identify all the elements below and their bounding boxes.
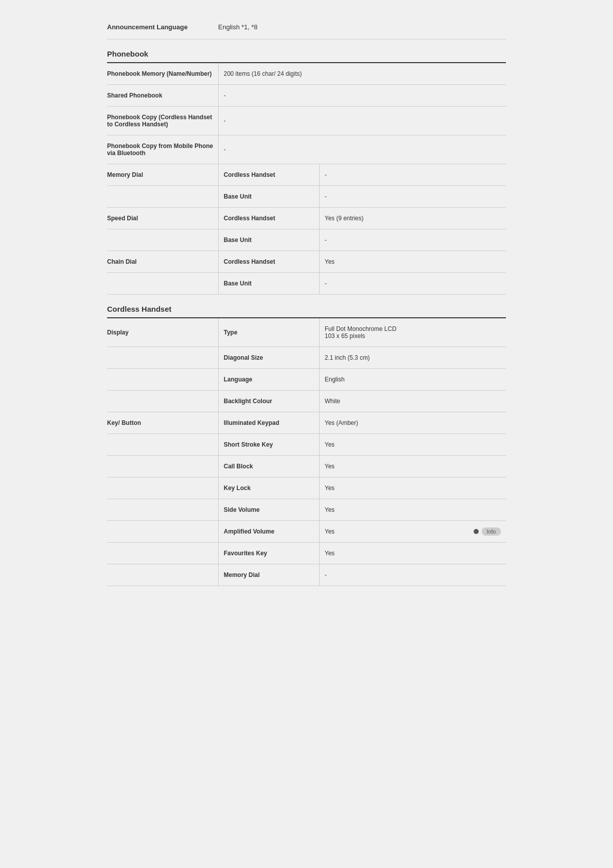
info-badge: Info (474, 527, 501, 536)
spec-col3: 2.1 inch (5.3 cm) (319, 347, 506, 368)
spec-col1 (107, 543, 218, 564)
spec-col3: 200 items (16 char/ 24 digits) (218, 63, 506, 84)
spec-col1: Chain Dial (107, 251, 218, 272)
spec-col1 (107, 369, 218, 390)
spec-row: Speed Dial Cordless Handset Yes (9 entri… (107, 208, 506, 229)
spec-col1 (107, 521, 218, 542)
spec-row: Amplified Volume Yes Info (107, 521, 506, 543)
phonebook-table: Phonebook Memory (Name/Number) 200 items… (107, 63, 506, 295)
spec-row: Backlight Colour White (107, 391, 506, 412)
cordless-section-title: Cordless Handset (107, 295, 506, 318)
spec-col3: Yes (Amber) (319, 412, 506, 433)
spec-col3: Yes (319, 456, 506, 477)
spec-col3: Yes (319, 477, 506, 499)
spec-col1: Display (107, 318, 218, 347)
spec-col2: Language (218, 369, 319, 390)
spec-col3: Yes (319, 434, 506, 455)
spec-row: Side Volume Yes (107, 499, 506, 521)
spec-col2: Key Lock (218, 477, 319, 499)
badge-label: Info (482, 527, 501, 536)
spec-row: Display Type Full Dot Monochrome LCD103 … (107, 318, 506, 347)
spec-row: Language English (107, 369, 506, 391)
spec-col1: Shared Phonebook (107, 85, 218, 106)
spec-col3: - (218, 85, 506, 106)
spec-col2: Side Volume (218, 499, 319, 520)
spec-col3: White (319, 391, 506, 412)
spec-col1 (107, 273, 218, 294)
spec-col2: Cordless Handset (218, 251, 319, 272)
spec-col1 (107, 391, 218, 412)
spec-col1 (107, 347, 218, 368)
spec-row: Base Unit - (107, 186, 506, 208)
spec-col1 (107, 564, 218, 586)
spec-row: Phonebook Copy (Cordless Handset to Cord… (107, 107, 506, 135)
spec-col1 (107, 434, 218, 455)
badge-dot (474, 529, 479, 534)
spec-col1: Key/ Button (107, 412, 218, 433)
spec-col2: Short Stroke Key (218, 434, 319, 455)
spec-col1 (107, 186, 218, 207)
spec-col3: Full Dot Monochrome LCD103 x 65 pixels (319, 318, 506, 347)
spec-col3: - (218, 135, 506, 164)
spec-row: Chain Dial Cordless Handset Yes (107, 251, 506, 273)
cordless-table: Display Type Full Dot Monochrome LCD103 … (107, 318, 506, 586)
spec-col2: Base Unit (218, 273, 319, 294)
page: Announcement Language English *1, *8 Pho… (77, 0, 536, 616)
spec-row: Favourites Key Yes (107, 543, 506, 564)
spec-col3: Yes (319, 543, 506, 564)
spec-col2: Memory Dial (218, 564, 319, 586)
spec-col2: Cordless Handset (218, 208, 319, 229)
spec-col3: - (319, 229, 506, 251)
spec-col2: Base Unit (218, 186, 319, 207)
phonebook-section-title: Phonebook (107, 39, 506, 63)
spec-col1: Speed Dial (107, 208, 218, 229)
spec-col1 (107, 229, 218, 251)
spec-row: Shared Phonebook - (107, 85, 506, 107)
spec-col1: Phonebook Copy (Cordless Handset to Cord… (107, 107, 218, 135)
spec-col3: English (319, 369, 506, 390)
spec-col1 (107, 456, 218, 477)
spec-col1: Phonebook Memory (Name/Number) (107, 63, 218, 84)
spec-row: Memory Dial Cordless Handset - (107, 164, 506, 186)
spec-col2: Base Unit (218, 229, 319, 251)
spec-row: Diagonal Size 2.1 inch (5.3 cm) (107, 347, 506, 369)
spec-col3: Yes (319, 499, 506, 520)
spec-row: Key/ Button Illuminated Keypad Yes (Ambe… (107, 412, 506, 434)
spec-col3: Yes (9 entries) (319, 208, 506, 229)
spec-row: Phonebook Copy from Mobile Phone via Blu… (107, 135, 506, 164)
spec-row: Short Stroke Key Yes (107, 434, 506, 456)
spec-row: Key Lock Yes (107, 477, 506, 499)
spec-col1 (107, 477, 218, 499)
spec-row: Memory Dial - (107, 564, 506, 586)
spec-col3: Yes Info (319, 521, 506, 542)
spec-col3: - (319, 564, 506, 586)
spec-col3: - (218, 107, 506, 135)
spec-col1: Memory Dial (107, 164, 218, 185)
spec-col3: - (319, 186, 506, 207)
spec-row: Phonebook Memory (Name/Number) 200 items… (107, 63, 506, 85)
spec-col2: Amplified Volume (218, 521, 319, 542)
spec-col1 (107, 499, 218, 520)
spec-col2: Call Block (218, 456, 319, 477)
spec-col2: Backlight Colour (218, 391, 319, 412)
spec-col2: Cordless Handset (218, 164, 319, 185)
spec-row: Base Unit - (107, 273, 506, 295)
announcement-row: Announcement Language English *1, *8 (107, 15, 506, 39)
spec-row: Base Unit - (107, 229, 506, 251)
spec-col3: - (319, 164, 506, 185)
spec-row: Call Block Yes (107, 456, 506, 477)
announcement-value: English *1, *8 (218, 23, 258, 31)
spec-col2: Diagonal Size (218, 347, 319, 368)
spec-col1: Phonebook Copy from Mobile Phone via Blu… (107, 135, 218, 164)
spec-col2: Type (218, 318, 319, 347)
spec-col2: Favourites Key (218, 543, 319, 564)
spec-col3: - (319, 273, 506, 294)
spec-col2: Illuminated Keypad (218, 412, 319, 433)
spec-col3: Yes (319, 251, 506, 272)
announcement-label: Announcement Language (107, 23, 218, 31)
